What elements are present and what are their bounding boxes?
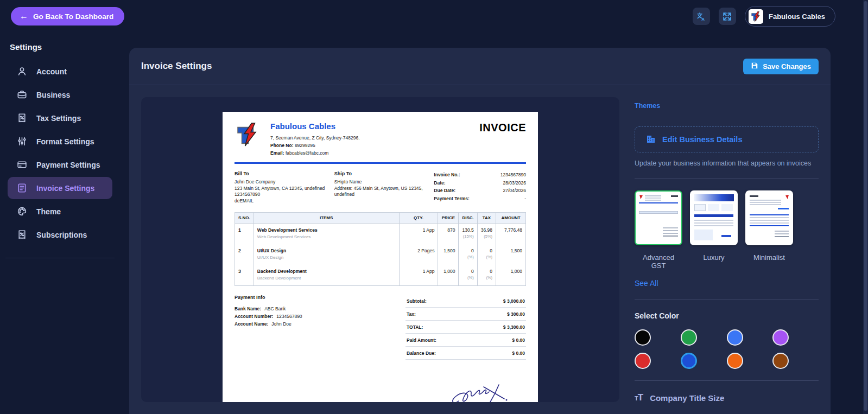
signature-block: Authorized Signature xyxy=(439,378,526,402)
sidebar-heading: Settings xyxy=(0,42,120,52)
ship-to-label: Ship To xyxy=(334,171,427,176)
cell-tax: 36.98(5%) xyxy=(477,224,496,245)
fullscreen-expand-icon xyxy=(722,11,732,22)
themes-heading: Themes xyxy=(635,102,819,110)
color-swatch[interactable] xyxy=(772,353,789,369)
company-name-label: Fabulous Cables xyxy=(769,12,825,21)
sidebar-item-label: Format Settings xyxy=(36,137,94,146)
payment-info-heading: Payment Info xyxy=(235,295,370,300)
cell-tax: 0(%) xyxy=(477,244,496,265)
theme-thumbnail[interactable] xyxy=(635,190,682,245)
building-icon xyxy=(646,134,656,145)
cell-disc: 0(%) xyxy=(459,244,477,265)
total-row: Tax: $ 300.00 xyxy=(406,308,526,321)
sidebar-item-invoice-settings[interactable]: Invoice Settings xyxy=(8,177,112,199)
items-table-header: PRICE xyxy=(438,213,459,224)
arrow-left-icon: ← xyxy=(20,12,28,21)
sidebar-nav: Account Business Tax Settings Format Set… xyxy=(0,60,120,246)
company-title-size-label: Company Title Size xyxy=(650,393,724,403)
user-icon xyxy=(17,66,27,77)
invoice-email-label: Email: xyxy=(270,150,284,156)
color-swatch[interactable] xyxy=(727,353,743,369)
save-icon xyxy=(751,62,758,71)
color-swatch[interactable] xyxy=(635,329,651,346)
cell-price: 1,000 xyxy=(438,265,459,286)
cell-amount: 1,500 xyxy=(496,244,526,265)
cell-amount: 7,776.48 xyxy=(496,224,526,245)
invoice-header-rule xyxy=(235,162,526,164)
cell-amount: 1,000 xyxy=(496,265,526,286)
theme-thumbnail[interactable] xyxy=(690,190,738,245)
edit-business-details-button[interactable]: Edit Business Details xyxy=(635,126,819,152)
payment-info-block: Payment Info Bank Name:ABC Bank Account … xyxy=(235,295,370,360)
color-swatch[interactable] xyxy=(772,329,789,346)
cell-item: UI/UX Design UI/UX Design xyxy=(254,244,399,265)
sidebar-item-account[interactable]: Account xyxy=(8,60,112,82)
invoice-doc-icon xyxy=(17,183,27,193)
select-color-heading: Select Color xyxy=(635,311,819,320)
sliders-icon xyxy=(17,136,27,147)
theme-option[interactable]: Advanced GST xyxy=(635,190,682,270)
color-swatch[interactable] xyxy=(681,353,697,369)
meta-label: Due Date: xyxy=(434,187,455,195)
cell-qty: 1 App xyxy=(399,265,438,286)
total-row: Balance Due: $ 0.00 xyxy=(406,347,526,360)
theme-thumbnail[interactable] xyxy=(745,190,793,245)
items-table-header: DISC. xyxy=(459,213,477,224)
page-scrollbar-thumb[interactable] xyxy=(864,1,867,411)
items-table-header: AMOUNT xyxy=(496,213,526,224)
sidebar-item-theme[interactable]: Theme xyxy=(8,200,112,222)
invoice-items-table: S.NO.ITEMSQTY.PRICEDISC.TAXAMOUNT 1 Web … xyxy=(235,212,526,286)
color-swatch[interactable] xyxy=(681,329,697,346)
translate-button[interactable]: A xyxy=(693,8,710,25)
settings-sidebar: Settings Account Business Tax Settings F… xyxy=(0,42,120,258)
color-swatch[interactable] xyxy=(635,353,651,369)
invoice-doc-title: INVOICE xyxy=(479,122,526,134)
sidebar-item-subscriptions[interactable]: Subscriptions xyxy=(8,224,112,246)
back-to-dashboard-button[interactable]: ← Go Back To Dashboard xyxy=(11,7,124,26)
payment-info-row: Bank Name:ABC Bank xyxy=(235,305,370,313)
sidebar-item-format-settings[interactable]: Format Settings xyxy=(8,130,112,152)
theme-option[interactable]: Minimalist xyxy=(745,190,793,270)
main-header: Invoice Settings Save Changes xyxy=(129,48,831,85)
items-table-header: TAX xyxy=(477,213,496,224)
fullscreen-button[interactable] xyxy=(719,8,736,25)
cell-qty: 1 App xyxy=(399,224,438,245)
meta-label: Invoice No.: xyxy=(434,171,460,179)
panel-divider xyxy=(635,300,819,300)
sidebar-item-business[interactable]: Business xyxy=(8,84,112,106)
save-changes-button[interactable]: Save Changes xyxy=(743,59,819,74)
color-swatch-grid xyxy=(635,329,819,369)
items-table-header: S.NO. xyxy=(235,213,254,224)
bill-to-label: Bill To xyxy=(235,171,327,176)
sidebar-item-label: Theme xyxy=(36,207,61,216)
meta-label: Date: xyxy=(434,179,445,187)
cell-sno: 3 xyxy=(235,265,254,286)
theme-name: Advanced GST xyxy=(635,253,682,270)
sidebar-item-label: Tax Settings xyxy=(36,114,81,123)
bill-to-line: John Doe Company xyxy=(235,179,327,186)
briefcase-icon xyxy=(17,90,27,100)
sidebar-item-tax-settings[interactable]: Tax Settings xyxy=(8,107,112,129)
invoice-document: Fabulous Cables 7, Seeman Avenue, Z City… xyxy=(223,112,538,402)
color-swatch[interactable] xyxy=(727,329,743,346)
company-account-pill[interactable]: Fabulous Cables xyxy=(745,6,835,27)
palette-icon xyxy=(17,206,27,216)
edit-business-description: Update your business information that ap… xyxy=(635,160,819,167)
invoice-company-address: 7, Seeman Avenue, Z City, Sydney-748296. xyxy=(270,134,360,142)
invoice-meta-row: Date: 28/03/2026 xyxy=(434,179,526,187)
invoice-company-logo xyxy=(235,122,261,148)
see-all-link[interactable]: See All xyxy=(635,279,658,288)
company-logo-icon xyxy=(749,9,763,24)
cell-tax: 0(%) xyxy=(477,265,496,286)
sidebar-item-payment-settings[interactable]: Payment Settings xyxy=(8,154,112,176)
invoice-phone: 89299295 xyxy=(295,143,315,148)
invoice-meta-row: Payment Terms: - xyxy=(434,195,526,203)
theme-option[interactable]: Luxury xyxy=(690,190,738,270)
meta-value: - xyxy=(524,195,526,203)
panel-divider xyxy=(635,179,819,179)
meta-value: 27/04/2026 xyxy=(503,187,526,195)
invoice-company-name: Fabulous Cables xyxy=(270,122,360,131)
theme-name: Minimalist xyxy=(745,253,793,262)
text-size-icon: TT xyxy=(635,392,643,403)
